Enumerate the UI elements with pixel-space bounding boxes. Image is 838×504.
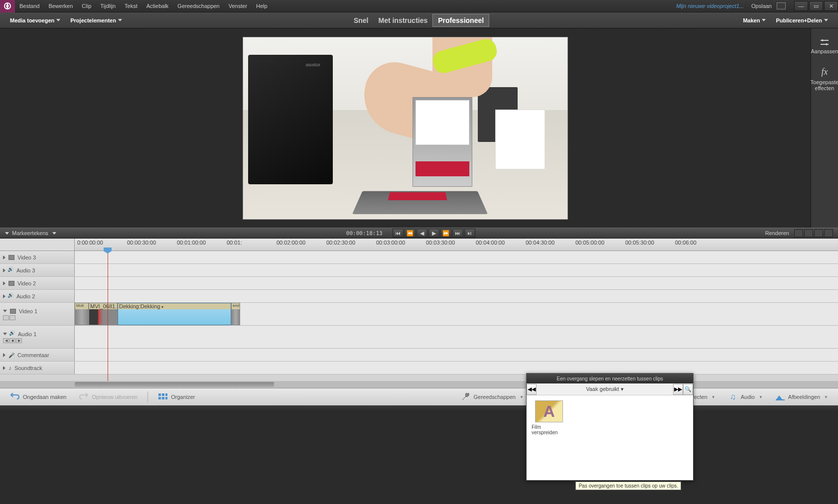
action-bar: Media toevoegen Projectelementen Snel Me…	[0, 12, 838, 28]
zoom-slider-icon[interactable]	[814, 229, 823, 237]
collapse-icon	[3, 333, 7, 335]
close-button[interactable]: ✕	[824, 1, 838, 11]
panel-category-dropdown[interactable]: Vaak gebruikt ▾	[537, 386, 673, 392]
publish-share-button[interactable]: Publiceren+Delen	[771, 12, 833, 28]
panel-next-button[interactable]: ▶▶	[673, 384, 683, 395]
track-header-audio3[interactable]: Audio 3	[0, 264, 75, 276]
timeline-scrollbar[interactable]	[0, 381, 838, 388]
undo-button[interactable]: Ongedaan maken	[5, 390, 71, 403]
mode-quick[interactable]: Snel	[349, 14, 374, 26]
tooltip: Pas overgangen toe tussen clips op uw cl…	[575, 482, 681, 490]
svg-rect-5	[162, 397, 164, 399]
menu-bewerken[interactable]: Bewerken	[44, 0, 77, 12]
menu-clip[interactable]: Clip	[77, 0, 96, 12]
preview-monitor[interactable]: asustor	[243, 37, 568, 220]
transition-item[interactable]: A Film verspreiden	[532, 400, 566, 435]
bottom-action-bar: Ongedaan maken Opnieuw uitvoeren Organiz…	[0, 388, 838, 405]
transition-label: Film verspreiden	[532, 424, 566, 435]
track-header-audio2[interactable]: Audio 2	[0, 290, 75, 302]
audio-button[interactable]: ♫ Audio▼	[723, 390, 768, 403]
menu-tekst[interactable]: Tekst	[120, 0, 142, 12]
goto-start-button[interactable]: ⏮	[393, 229, 404, 238]
track-content-audio1[interactable]	[75, 326, 838, 348]
menu-tijdlijn[interactable]: Tijdlijn	[96, 0, 120, 12]
applied-effects-tool[interactable]: fx Toegepaste effecten	[811, 67, 838, 91]
transitions-panel: Een overgang slepen en neerzetten tussen…	[526, 373, 694, 481]
project-elements-button[interactable]: Projectelementen	[65, 12, 127, 28]
wrench-icon	[461, 392, 471, 401]
track-option-icon[interactable]: ▶	[16, 338, 22, 343]
transport-bar: Markeertekens 00:00:18:13 ⏮ ⏪ ◀ ▶ ⏩ ⏭ ⏯ …	[0, 228, 838, 239]
expand-icon	[3, 255, 5, 259]
caret-down-icon	[5, 232, 9, 235]
timeline: 0:00:00:00 00:00:30:00 00:01:00:00 00:01…	[0, 239, 838, 388]
menu-venster[interactable]: Venster	[224, 0, 252, 12]
music-note-icon: ♫	[728, 392, 738, 401]
redo-button: Opnieuw uitvoeren	[74, 390, 142, 403]
time-ruler[interactable]: 0:00:00:00 00:00:30:00 00:01:00:00 00:01…	[75, 239, 838, 251]
caret-down-icon	[118, 19, 122, 21]
track-option-icon[interactable]	[3, 315, 9, 320]
track-header-soundtrack[interactable]: Soundtrack	[0, 362, 75, 374]
speaker-icon	[8, 268, 13, 273]
mode-pro[interactable]: Professioneel	[432, 14, 489, 27]
status-bar	[0, 405, 838, 411]
track-option-icon[interactable]: ◀	[3, 338, 9, 343]
maximize-button[interactable]: ▭	[809, 1, 823, 11]
minimize-button[interactable]: —	[794, 1, 808, 11]
render-button[interactable]: Renderen	[765, 230, 789, 236]
media-add-button[interactable]: Media toevoegen	[5, 12, 65, 28]
save-button[interactable]: Opslaan	[751, 3, 772, 9]
track-header-commentaar[interactable]: Commentaar	[0, 349, 75, 361]
svg-rect-6	[165, 397, 167, 399]
track-option-icon[interactable]: ◆	[9, 338, 15, 343]
panel-prev-button[interactable]: ◀◀	[527, 384, 537, 395]
video-clip[interactable]: Dekking:Dekking ▾	[118, 303, 231, 325]
fullscreen-icon[interactable]	[777, 2, 786, 9]
frame-back-button[interactable]: ◀	[417, 229, 427, 238]
tools-button[interactable]: Gereedschappen▼	[456, 390, 529, 403]
clip-dekking: Dekking:Dekking	[119, 303, 160, 309]
track-header-video1[interactable]: Video 1	[0, 303, 75, 325]
image-icon	[775, 392, 785, 401]
safe-margins-icon[interactable]	[794, 229, 803, 237]
app-logo[interactable]	[0, 0, 15, 12]
track-content-video1[interactable]: Moti MVI_0681.MOV Dekking:Dekking ▾ end	[75, 303, 838, 325]
music-icon	[8, 365, 11, 372]
panel-title: Een overgang slepen en neerzetten tussen…	[527, 374, 693, 383]
track-header-video3[interactable]: Video 3	[0, 251, 75, 263]
markers-dropdown[interactable]: Markeertekens	[12, 230, 56, 236]
expand-icon	[3, 366, 5, 370]
play-button[interactable]: ▶	[428, 229, 439, 238]
step-back-button[interactable]: ⏪	[405, 229, 416, 238]
step-forward-button[interactable]: ⏭	[452, 229, 463, 238]
svg-rect-3	[165, 393, 167, 396]
speaker-icon	[10, 332, 15, 337]
track-option-icon[interactable]	[9, 315, 15, 320]
menu-gereedschappen[interactable]: Gereedschappen	[173, 0, 224, 12]
create-button[interactable]: Maken	[738, 12, 771, 28]
expand-icon	[3, 268, 5, 272]
caret-down-icon	[52, 232, 56, 235]
clip-filename: MVI_0681.MOV	[90, 303, 117, 309]
timecode-display[interactable]: 00:00:18:13	[346, 230, 383, 237]
svg-rect-10	[776, 399, 785, 400]
panel-search-button[interactable]: 🔍	[683, 384, 693, 395]
adjust-tool[interactable]: Aanpassen	[811, 38, 838, 54]
track-header-video2[interactable]: Video 2	[0, 277, 75, 289]
svg-rect-2	[162, 393, 164, 396]
film-icon	[10, 309, 16, 314]
images-button[interactable]: Afbeeldingen▼	[770, 390, 833, 403]
collapse-icon	[3, 310, 7, 312]
menu-bestand[interactable]: Bestand	[15, 0, 44, 12]
mode-guided[interactable]: Met instructies	[373, 14, 432, 26]
menu-actiebalk[interactable]: Actiebalk	[142, 0, 173, 12]
zoom-in-icon[interactable]	[824, 229, 833, 237]
zoom-out-icon[interactable]	[804, 229, 813, 237]
menu-help[interactable]: Help	[252, 0, 272, 12]
track-header-audio1[interactable]: Audio 1 ◀◆▶	[0, 326, 75, 348]
frame-forward-button[interactable]: ⏩	[440, 229, 451, 238]
organizer-button[interactable]: Organizer	[153, 390, 200, 403]
goto-end-button[interactable]: ⏯	[464, 229, 475, 238]
preview-area: asustor Aanpassen fx Toegepaste effecten	[0, 28, 838, 228]
